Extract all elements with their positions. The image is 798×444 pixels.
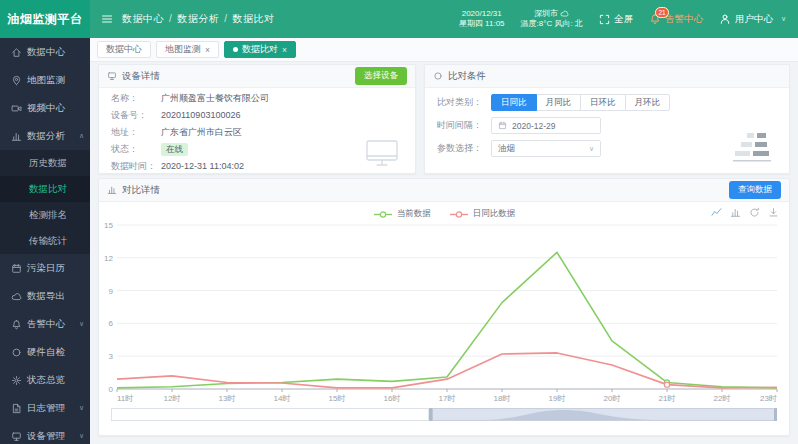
active-tab-dot <box>233 47 238 52</box>
device-field-row: 名称：广州顺盈富士餐饮有限公司 <box>111 92 415 105</box>
download-icon[interactable] <box>768 207 779 218</box>
chevron-up-icon: ∧ <box>79 132 84 140</box>
line-chart-icon[interactable] <box>711 207 722 218</box>
bell-icon <box>11 319 22 330</box>
svg-text:16时: 16时 <box>384 394 401 403</box>
category-button-日环比[interactable]: 日环比 <box>580 94 626 111</box>
legend-marker-icon <box>449 210 469 219</box>
device-field-value: 广东省广州市白云区 <box>161 126 242 139</box>
category-label: 比对类别： <box>437 96 491 109</box>
svg-text:14时: 14时 <box>274 394 291 403</box>
sidebar-item-日志管理[interactable]: 日志管理∨ <box>0 394 90 422</box>
top-header: 油烟监测平台 数据中心/数据分析/数据比对 2020/12/31 星期四 11:… <box>0 0 798 38</box>
date-input[interactable]: 2020-12-29 <box>491 117 601 134</box>
weather-display: 深圳市 温度:8°C 风向: 北 <box>521 9 583 30</box>
device-field-value: 2020-12-31 11:04:02 <box>161 160 244 173</box>
sidebar-subitem-传输统计[interactable]: 传输统计 <box>0 228 90 254</box>
chart-panel-title: 对比详情 <box>122 184 160 197</box>
query-data-button[interactable]: 查询数据 <box>729 181 781 199</box>
weather-cloud-icon <box>560 9 569 18</box>
sidebar-item-数据分析[interactable]: 数据分析∧ <box>0 122 90 150</box>
svg-text:12时: 12时 <box>164 394 181 403</box>
svg-text:20时: 20时 <box>604 394 621 403</box>
category-button-月环比[interactable]: 月环比 <box>625 94 671 111</box>
sidebar-item-数据导出[interactable]: 数据导出 <box>0 282 90 310</box>
svg-text:22时: 22时 <box>714 394 731 403</box>
sidebar: 数据中心地图监测视频中心数据分析∧历史数据数据比对检测排名传输统计污染日历数据导… <box>0 38 90 444</box>
condition-panel-icon <box>433 71 443 81</box>
device-field-value: 2020110903100026 <box>161 109 240 122</box>
close-icon[interactable]: × <box>282 45 287 55</box>
svg-text:15时: 15时 <box>329 394 346 403</box>
breadcrumb-item[interactable]: 数据分析 <box>177 13 219 24</box>
cloud-icon <box>11 291 22 302</box>
tab-地图监测[interactable]: 地图监测× <box>156 41 219 58</box>
bar-chart-icon[interactable] <box>730 207 741 218</box>
alarm-center-button[interactable]: 21 告警中心 <box>649 13 703 26</box>
chevron-down-icon: ∨ <box>79 320 84 328</box>
device-detail-panel: 设备详情 选择设备 名称：广州顺盈富士餐饮有限公司设备号：20201109031… <box>98 64 416 174</box>
chevron-down-icon: ∨ <box>589 145 594 153</box>
condition-panel-title: 比对条件 <box>448 70 486 83</box>
device-panel-title: 设备详情 <box>122 70 160 83</box>
compare-condition-panel: 比对条件 比对类别： 日同比月同比日环比月环比 时间间隔： 2020-12-29… <box>424 64 790 174</box>
select-device-button[interactable]: 选择设备 <box>355 67 407 85</box>
interval-label: 时间间隔： <box>437 119 491 132</box>
svg-text:11时: 11时 <box>117 394 133 403</box>
monitor-illustration-icon <box>365 139 399 167</box>
category-button-月同比[interactable]: 月同比 <box>536 94 582 111</box>
svg-text:13时: 13时 <box>219 394 236 403</box>
param-label: 参数选择： <box>437 142 491 155</box>
svg-text:15: 15 <box>104 221 113 230</box>
gear-icon <box>11 375 22 386</box>
tab-数据比对[interactable]: 数据比对× <box>224 41 296 58</box>
chart-toolbox <box>711 207 779 218</box>
bars-illustration-icon <box>727 129 775 165</box>
datazoom-slider[interactable] <box>111 408 777 421</box>
svg-text:6: 6 <box>109 319 114 328</box>
close-icon[interactable]: × <box>205 45 210 55</box>
map-icon <box>11 75 22 86</box>
sidebar-item-状态总览[interactable]: 状态总览 <box>0 366 90 394</box>
chevron-down-icon: ∨ <box>79 404 84 412</box>
user-center-button[interactable]: 用户中心 <box>719 13 773 26</box>
category-button-group: 日同比月同比日环比月环比 <box>491 94 669 111</box>
svg-text:18时: 18时 <box>494 394 511 403</box>
line-chart: 0369121511时12时13时14时15时16时17时18时19时20时21… <box>101 219 787 405</box>
sidebar-item-硬件自检[interactable]: 硬件自检 <box>0 338 90 366</box>
hamburger-menu-icon[interactable] <box>101 13 113 25</box>
calendar-icon <box>498 121 507 130</box>
chart-icon <box>11 131 22 142</box>
chevron-down-icon: ∨ <box>79 432 84 440</box>
legend-marker-icon <box>373 210 393 219</box>
param-select[interactable]: 油烟 ∨ <box>491 140 601 157</box>
sidebar-item-告警中心[interactable]: 告警中心∨ <box>0 310 90 338</box>
chevron-down-icon[interactable]: ∨ <box>781 15 786 23</box>
fullscreen-button[interactable]: 全屏 <box>599 13 633 26</box>
svg-text:21时: 21时 <box>659 394 676 403</box>
category-button-日同比[interactable]: 日同比 <box>491 94 537 111</box>
sidebar-item-污染日历[interactable]: 污染日历 <box>0 254 90 282</box>
sidebar-item-视频中心[interactable]: 视频中心 <box>0 94 90 122</box>
breadcrumb-item[interactable]: 数据比对 <box>233 13 275 24</box>
compare-chart-panel: 对比详情 查询数据 当前数据日同比数据 0369121511时12时13时14时… <box>98 178 790 436</box>
home-icon <box>11 47 22 58</box>
sidebar-item-数据中心[interactable]: 数据中心 <box>0 38 90 66</box>
sidebar-subitem-历史数据[interactable]: 历史数据 <box>0 150 90 176</box>
app-window: 油烟监测平台 数据中心/数据分析/数据比对 2020/12/31 星期四 11:… <box>0 0 798 444</box>
tab-数据中心[interactable]: 数据中心 <box>97 41 151 58</box>
breadcrumb-item[interactable]: 数据中心 <box>122 13 164 24</box>
circle-icon <box>11 347 22 358</box>
svg-text:23时: 23时 <box>760 394 777 403</box>
svg-text:9: 9 <box>109 287 114 296</box>
sidebar-subitem-数据比对[interactable]: 数据比对 <box>0 176 90 202</box>
device-field-value: 广州顺盈富士餐饮有限公司 <box>161 92 269 105</box>
sidebar-item-地图监测[interactable]: 地图监测 <box>0 66 90 94</box>
status-badge: 在线 <box>161 143 188 156</box>
sidebar-subitem-检测排名[interactable]: 检测排名 <box>0 202 90 228</box>
doc-icon <box>11 403 22 414</box>
refresh-icon[interactable] <box>749 207 760 218</box>
sidebar-item-设备管理[interactable]: 设备管理∨ <box>0 422 90 444</box>
svg-text:3: 3 <box>109 352 114 361</box>
breadcrumb-separator: / <box>169 13 172 24</box>
